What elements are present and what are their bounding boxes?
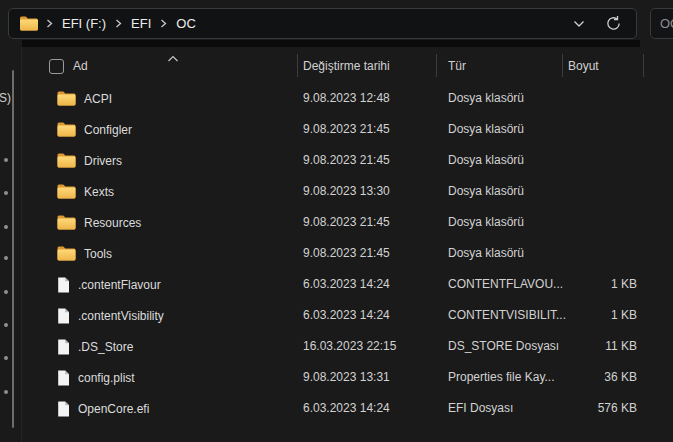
item-name: Tools	[84, 247, 112, 261]
item-type: Dosya klasörü	[448, 238, 524, 269]
item-name-cell: OpenCore.efi	[57, 393, 149, 424]
item-date: 6.03.2023 14:24	[303, 393, 390, 424]
item-name-cell: .contentVisibility	[57, 300, 164, 331]
file-icon	[57, 308, 70, 324]
item-name: config.plist	[78, 371, 135, 385]
tree-bullet-icon	[4, 225, 8, 229]
file-row[interactable]: Configler9.08.2023 21:45Dosya klasörü	[22, 114, 673, 145]
file-row[interactable]: ACPI9.08.2023 12:48Dosya klasörü	[22, 83, 673, 114]
item-date: 9.08.2023 12:48	[303, 83, 390, 114]
breadcrumb-separator-icon	[115, 19, 122, 28]
tree-bullet-icon	[4, 356, 8, 360]
toolbar-content-gap	[22, 40, 640, 47]
address-bar[interactable]: EFI (F:) EFI OC	[8, 8, 637, 39]
refresh-button[interactable]	[605, 15, 622, 32]
item-type: Dosya klasörü	[448, 83, 524, 114]
column-divider[interactable]	[297, 54, 298, 77]
item-date: 9.08.2023 21:45	[303, 238, 390, 269]
folder-icon	[57, 184, 76, 199]
file-row[interactable]: .DS_Store16.03.2023 22:15DS_STORE Dosyas…	[22, 331, 673, 362]
location-folder-icon	[19, 16, 39, 31]
file-row[interactable]: Drivers9.08.2023 21:45Dosya klasörü	[22, 145, 673, 176]
item-name-cell: Drivers	[57, 145, 122, 176]
item-size: 1 KB	[522, 269, 637, 300]
column-divider[interactable]	[643, 54, 644, 77]
item-type: Dosya klasörü	[448, 176, 524, 207]
item-date: 9.08.2023 13:30	[303, 176, 390, 207]
file-row[interactable]: Resources9.08.2023 21:45Dosya klasörü	[22, 207, 673, 238]
breadcrumb-item-oc[interactable]: OC	[174, 16, 198, 31]
file-explorer-window: EFI (F:) EFI OC OC S) Ad	[0, 0, 673, 442]
breadcrumb-item-drive[interactable]: EFI (F:)	[60, 16, 108, 31]
item-size: 36 KB	[522, 362, 637, 393]
folder-icon	[57, 91, 76, 106]
item-date: 9.08.2023 13:31	[303, 362, 390, 393]
item-name: .DS_Store	[78, 340, 133, 354]
file-list: ACPI9.08.2023 12:48Dosya klasörüConfigle…	[22, 83, 673, 424]
item-type: EFI Dosyası	[448, 393, 513, 424]
tree-bullet-icon	[4, 290, 8, 294]
item-date: 9.08.2023 21:45	[303, 207, 390, 238]
search-input[interactable]: OC	[650, 8, 673, 39]
item-date: 9.08.2023 21:45	[303, 114, 390, 145]
tree-bullet-icon	[4, 191, 8, 195]
breadcrumb-item-efi[interactable]: EFI	[129, 16, 153, 31]
item-name-cell: Kexts	[57, 176, 114, 207]
item-name: OpenCore.efi	[78, 402, 149, 416]
sidebar-clipped-item: S)	[0, 91, 11, 105]
file-row[interactable]: config.plist9.08.2023 13:31Properties fi…	[22, 362, 673, 393]
item-name-cell: Configler	[57, 114, 132, 145]
file-row[interactable]: .contentVisibility6.03.2023 14:24CONTENT…	[22, 300, 673, 331]
file-icon	[57, 277, 70, 293]
file-row[interactable]: OpenCore.efi6.03.2023 14:24EFI Dosyası57…	[22, 393, 673, 424]
column-divider[interactable]	[562, 54, 563, 77]
file-row[interactable]: .contentFlavour6.03.2023 14:24CONTENTFLA…	[22, 269, 673, 300]
sidebar-scrollbar[interactable]	[12, 70, 14, 428]
item-type: Dosya klasörü	[448, 145, 524, 176]
select-all-checkbox[interactable]	[49, 59, 64, 74]
item-size: 576 KB	[522, 393, 637, 424]
folder-icon	[57, 246, 76, 261]
file-row[interactable]: Tools9.08.2023 21:45Dosya klasörü	[22, 238, 673, 269]
item-name-cell: Resources	[57, 207, 141, 238]
item-type: Dosya klasörü	[448, 114, 524, 145]
tree-bullet-icon	[4, 323, 8, 327]
item-name-cell: config.plist	[57, 362, 135, 393]
sort-ascending-icon	[167, 49, 179, 67]
file-icon	[57, 339, 70, 355]
file-row[interactable]: Kexts9.08.2023 13:30Dosya klasörü	[22, 176, 673, 207]
item-size: 11 KB	[522, 331, 637, 362]
item-name-cell: .DS_Store	[57, 331, 133, 362]
item-name: Drivers	[84, 154, 122, 168]
folder-icon	[57, 215, 76, 230]
column-header-type[interactable]: Tür	[448, 59, 466, 73]
folder-icon	[57, 122, 76, 137]
item-name-cell: ACPI	[57, 83, 112, 114]
item-date: 16.03.2023 22:15	[303, 331, 396, 362]
item-type: Dosya klasörü	[448, 207, 524, 238]
column-header-date[interactable]: Değiştirme tarihi	[303, 59, 390, 73]
item-name-cell: .contentFlavour	[57, 269, 161, 300]
file-icon	[57, 401, 70, 417]
column-header-size[interactable]: Boyut	[568, 59, 599, 73]
breadcrumb-separator-icon	[160, 19, 167, 28]
column-divider[interactable]	[436, 54, 437, 77]
item-name: Configler	[84, 123, 132, 137]
tree-bullet-icon	[4, 158, 8, 162]
item-name-cell: Tools	[57, 238, 112, 269]
item-date: 9.08.2023 21:45	[303, 145, 390, 176]
folder-icon	[57, 153, 76, 168]
item-name: Kexts	[84, 185, 114, 199]
item-name: Resources	[84, 216, 141, 230]
item-date: 6.03.2023 14:24	[303, 300, 390, 331]
item-size: 1 KB	[522, 300, 637, 331]
tree-bullet-icon	[4, 256, 8, 260]
column-header-name[interactable]: Ad	[73, 59, 88, 73]
tree-bullet-icon	[4, 390, 8, 394]
item-date: 6.03.2023 14:24	[303, 269, 390, 300]
address-dropdown-button[interactable]	[573, 20, 585, 28]
item-name: ACPI	[84, 92, 112, 106]
item-name: .contentVisibility	[78, 309, 164, 323]
item-name: .contentFlavour	[78, 278, 161, 292]
file-icon	[57, 370, 70, 386]
